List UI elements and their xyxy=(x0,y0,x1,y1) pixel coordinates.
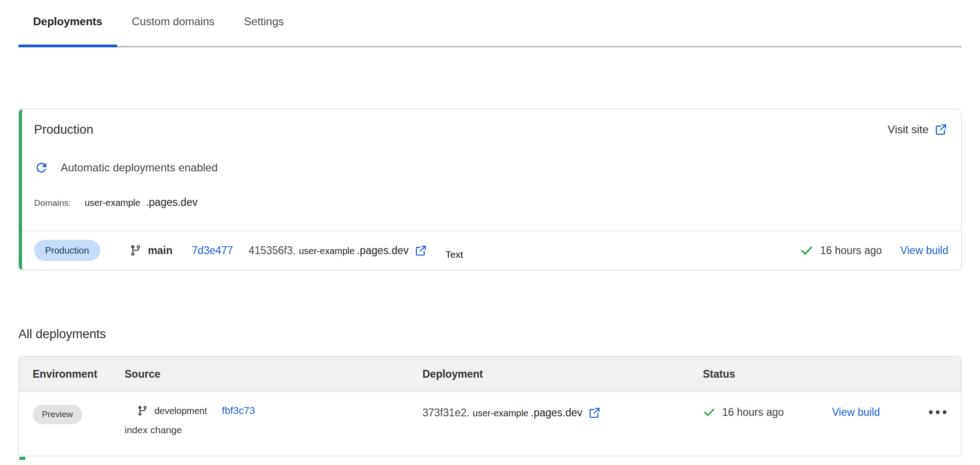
tab-bar: Deployments Custom domains Settings xyxy=(18,0,962,47)
table-row: Preview development fbf3c73 index change… xyxy=(19,392,961,456)
status-cell: 16 hours ago View build xyxy=(689,406,961,419)
commit-link[interactable]: fbf3c73 xyxy=(222,405,255,417)
domains-row: Domains: user-example .pages.dev xyxy=(34,196,947,209)
commit-link[interactable]: 7d3e477 xyxy=(192,244,233,257)
next-row-success-bar xyxy=(19,457,25,460)
text-label: Text xyxy=(445,249,463,260)
production-card-title: Production xyxy=(34,121,93,138)
refresh-icon xyxy=(34,160,49,175)
production-row-status: 16 hours ago View build xyxy=(800,244,948,257)
domains-label: Domains: xyxy=(34,198,71,208)
environment-badge-production: Production xyxy=(34,240,100,261)
deployment-cell: 373f31e2. user-example .pages.dev xyxy=(409,405,689,419)
deployment-suffix: .pages.dev xyxy=(357,244,409,257)
deployment-domain: user-example xyxy=(299,246,354,256)
git-branch-icon xyxy=(130,244,142,256)
auto-deployments-label: Automatic deployments enabled xyxy=(61,161,218,174)
deployment-id: 373f31e2. xyxy=(422,407,469,419)
visit-site-link[interactable]: Visit site xyxy=(888,123,947,136)
branch-name: development xyxy=(154,406,207,416)
column-header-source: Source xyxy=(111,368,409,380)
domain-name: user-example xyxy=(85,198,140,208)
column-header-deployment: Deployment xyxy=(409,368,689,380)
external-link-icon[interactable] xyxy=(588,407,601,419)
table-header-row: Environment Source Deployment Status xyxy=(19,357,961,392)
deploy-time: 16 hours ago xyxy=(820,244,882,257)
environment-badge-preview: Preview xyxy=(33,405,82,424)
next-row-peek xyxy=(18,456,962,460)
view-build-link[interactable]: View build xyxy=(832,406,880,419)
deploy-time: 16 hours ago xyxy=(722,406,784,419)
environment-cell: Preview xyxy=(19,405,111,424)
overflow-menu-icon[interactable] xyxy=(928,408,947,417)
view-build-link[interactable]: View build xyxy=(900,244,948,257)
deployment-url: 415356f3. user-example .pages.dev xyxy=(249,244,427,257)
production-card-header: Production Visit site xyxy=(19,109,961,231)
external-link-icon xyxy=(934,123,947,136)
deployment-suffix: .pages.dev xyxy=(531,407,583,419)
external-link-icon[interactable] xyxy=(415,244,427,257)
domain-suffix: .pages.dev xyxy=(146,196,198,209)
visit-site-label: Visit site xyxy=(888,123,929,136)
branch-name: main xyxy=(148,244,173,257)
tab-deployments[interactable]: Deployments xyxy=(18,14,117,46)
deployment-domain: user-example xyxy=(473,408,528,419)
auto-deployments-row: Automatic deployments enabled xyxy=(34,160,947,175)
deployment-id: 415356f3. xyxy=(249,244,296,257)
deployment-url: 373f31e2. user-example .pages.dev xyxy=(422,407,689,419)
tab-custom-domains[interactable]: Custom domains xyxy=(117,14,229,46)
git-branch-icon xyxy=(137,405,148,416)
commit-message: index change xyxy=(125,425,409,436)
deployments-table: Environment Source Deployment Status Pre… xyxy=(18,356,962,456)
tab-settings[interactable]: Settings xyxy=(229,14,299,46)
success-check-icon xyxy=(800,244,814,257)
all-deployments-title: All deployments xyxy=(18,327,962,341)
source-cell: development fbf3c73 index change xyxy=(111,405,409,436)
column-header-status: Status xyxy=(689,368,961,380)
column-header-environment: Environment xyxy=(19,368,111,380)
production-card: Production Visit site xyxy=(18,109,962,270)
deployments-page: Deployments Custom domains Settings Prod… xyxy=(0,0,980,460)
production-deployment-row: Production main 7d3e477 415356f3. user-e… xyxy=(19,231,961,270)
success-check-icon xyxy=(703,406,716,419)
production-success-bar xyxy=(19,109,22,270)
